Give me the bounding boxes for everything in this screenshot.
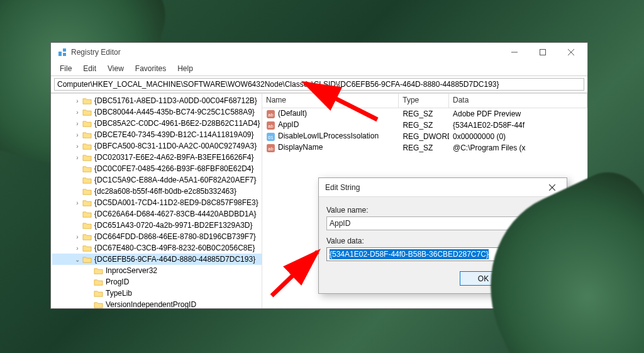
expand-toggle-icon[interactable]: ›: [74, 143, 81, 150]
tree-panel[interactable]: ›{DBC51761-A8ED-11D3-A0DD-00C04F68712B}›…: [51, 94, 262, 308]
folder-icon: [82, 120, 92, 128]
tree-label: TypeLib: [106, 289, 132, 298]
folder-icon: [82, 210, 92, 218]
maximize-button[interactable]: [528, 43, 557, 62]
value-name-field[interactable]: AppID: [326, 216, 559, 230]
tree-node[interactable]: ›{DBC51761-A8ED-11D3-A0DD-00C04F68712B}: [52, 95, 262, 106]
menubar: File Edit View Favorites Help: [51, 62, 587, 76]
tree-node[interactable]: ›{DBCE7E40-7345-439D-B12C-114A11819A09}: [52, 129, 262, 140]
expand-toggle-icon[interactable]: ›: [74, 199, 81, 206]
tree-label: VersionIndependentProgID: [106, 300, 196, 308]
tree-node[interactable]: {DC0C0FE7-0485-4266-B93F-68FBF80E62D4}: [52, 163, 262, 174]
tree-node[interactable]: ›{DC5DA001-7CD4-11D2-8ED9-D8C857F98FE3}: [52, 197, 262, 208]
address-input[interactable]: [54, 78, 584, 91]
tree-node[interactable]: TypeLib: [52, 288, 262, 299]
close-button[interactable]: [557, 43, 585, 62]
expand-toggle-icon[interactable]: ›: [74, 98, 81, 104]
value-type: REG_SZ: [399, 120, 449, 130]
tree-node[interactable]: {DC626A64-D684-4627-83CB-44420ABDBD1A}: [52, 208, 262, 220]
list-header: Name Type Data: [262, 94, 587, 108]
folder-icon: [82, 165, 92, 173]
ok-button[interactable]: OK: [460, 271, 507, 286]
folder-icon: [82, 142, 92, 150]
window-title: Registry Editor: [71, 48, 500, 57]
folder-icon: [82, 97, 92, 105]
tree-node[interactable]: ›{DBC85A2C-C0DC-4961-B6E2-D28B62C11AD4}: [52, 118, 262, 129]
tree-label: {DC1C5A9C-E88A-4dde-A5A1-60F82A20AEF7}: [94, 176, 256, 184]
expand-toggle-icon[interactable]: ⌄: [74, 256, 81, 263]
edit-string-dialog: Edit String Value name: AppID Value data…: [318, 177, 567, 294]
expand-toggle-icon[interactable]: ›: [74, 120, 81, 127]
dialog-close-button[interactable]: [543, 182, 562, 193]
tree-label: {DC6EFB56-9CFA-464D-8880-44885D7DC193}: [94, 255, 255, 264]
svg-text:01: 01: [268, 134, 273, 140]
value-name: AppID: [278, 120, 299, 129]
menu-view[interactable]: View: [103, 63, 129, 74]
folder-icon: [82, 199, 92, 207]
svg-rect-4: [540, 50, 545, 55]
svg-rect-1: [63, 48, 66, 52]
value-name: DisableLowILProcessIsolation: [278, 132, 379, 140]
col-header-type[interactable]: Type: [399, 94, 449, 108]
tree-node[interactable]: VersionIndependentProgID: [52, 299, 262, 308]
regedit-icon: [57, 47, 67, 57]
tree-node[interactable]: ›{DBC80044-A445-435b-BC74-9C25C1C588A9}: [52, 106, 262, 118]
tree-node[interactable]: InprocServer32: [52, 265, 262, 276]
folder-icon: [94, 301, 103, 309]
expand-toggle-icon[interactable]: ›: [74, 132, 81, 138]
folder-icon: [82, 188, 92, 196]
col-header-data[interactable]: Data: [449, 94, 587, 108]
folder-icon: [82, 176, 92, 184]
expand-toggle-icon[interactable]: ›: [74, 154, 81, 161]
dialog-titlebar[interactable]: Edit String: [319, 178, 567, 197]
value-data-field[interactable]: {534A1E02-D58F-44f0-B58B-36CBED287C7C}: [326, 247, 559, 261]
menu-help[interactable]: Help: [172, 63, 198, 74]
folder-icon: [94, 278, 103, 286]
folder-icon: [82, 154, 92, 162]
tree-node[interactable]: {dc28a608-b55f-46ff-b0db-e2c85b332463}: [52, 186, 262, 197]
folder-icon: [82, 131, 92, 139]
menu-edit[interactable]: Edit: [78, 63, 101, 74]
string-value-icon: ab: [266, 143, 275, 153]
address-bar: [51, 76, 587, 93]
svg-text:ab: ab: [268, 123, 273, 128]
menu-file[interactable]: File: [55, 63, 77, 74]
svg-rect-2: [63, 53, 66, 56]
col-header-name[interactable]: Name: [262, 94, 399, 108]
tree-node[interactable]: ›{DC664FDD-D868-46EE-8780-8D196CB739F7}: [52, 231, 262, 242]
value-row[interactable]: abDisplayNameREG_SZ@C:\Program Files (x: [262, 142, 587, 154]
tree-label: {DC67E480-C3CB-49F8-8232-60B0C2056C8E}: [94, 244, 255, 252]
tree-label: {DBCE7E40-7345-439D-B12C-114A11819A09}: [94, 130, 254, 139]
titlebar[interactable]: Registry Editor: [51, 43, 587, 62]
tree-label: {DBFCA500-8C31-11D0-AA2C-00A0C92749A3}: [94, 142, 257, 150]
tree-label: {DC664FDD-D868-46EE-8780-8D196CB739F7}: [94, 232, 256, 241]
tree-label: {DC5DA001-7CD4-11D2-8ED9-D8C857F98FE3}: [94, 198, 258, 207]
tree-node[interactable]: {DC651A43-0720-4a2b-9971-BD2EF1329A3D}: [52, 220, 262, 231]
tree-node[interactable]: ProgID: [52, 276, 262, 288]
menu-favorites[interactable]: Favorites: [130, 63, 171, 74]
tree-node[interactable]: ›{DBFCA500-8C31-11D0-AA2C-00A0C92749A3}: [52, 140, 262, 152]
expand-toggle-icon[interactable]: ›: [74, 245, 81, 252]
tree-node[interactable]: ›{DC020317-E6E2-4A62-B9FA-B3EFE16626F4}: [52, 152, 262, 163]
value-data: Adobe PDF Preview: [449, 109, 587, 119]
cancel-button[interactable]: Cancel: [512, 271, 559, 286]
tree-node[interactable]: ⌄{DC6EFB56-9CFA-464D-8880-44885D7DC193}: [52, 254, 262, 265]
folder-icon: [82, 233, 92, 241]
value-row[interactable]: abAppIDREG_SZ{534A1E02-D58F-44f: [262, 120, 587, 131]
folder-icon: [94, 267, 103, 275]
value-name: (Default): [278, 109, 307, 118]
binary-value-icon: 01: [266, 132, 275, 142]
value-data: @C:\Program Files (x: [449, 143, 587, 153]
tree-label: {DC626A64-D684-4627-83CB-44420ABDBD1A}: [94, 210, 257, 218]
expand-toggle-icon[interactable]: ›: [74, 233, 81, 240]
tree-label: {DC0C0FE7-0485-4266-B93F-68FBF80E62D4}: [94, 164, 253, 173]
minimize-button[interactable]: [500, 43, 528, 62]
expand-toggle-icon[interactable]: ›: [74, 109, 81, 116]
tree-node[interactable]: ›{DC67E480-C3CB-49F8-8232-60B0C2056C8E}: [52, 242, 262, 254]
tree-label: {DBC80044-A445-435b-BC74-9C25C1C588A9}: [94, 108, 255, 116]
value-row[interactable]: 01DisableLowILProcessIsolationREG_DWORD0…: [262, 131, 587, 142]
tree-label: {DC651A43-0720-4a2b-9971-BD2EF1329A3D}: [94, 221, 253, 230]
tree-node[interactable]: {DC1C5A9C-E88A-4dde-A5A1-60F82A20AEF7}: [52, 174, 262, 186]
dialog-title-text: Edit String: [325, 183, 543, 192]
value-row[interactable]: ab(Default)REG_SZAdobe PDF Preview: [262, 108, 587, 120]
